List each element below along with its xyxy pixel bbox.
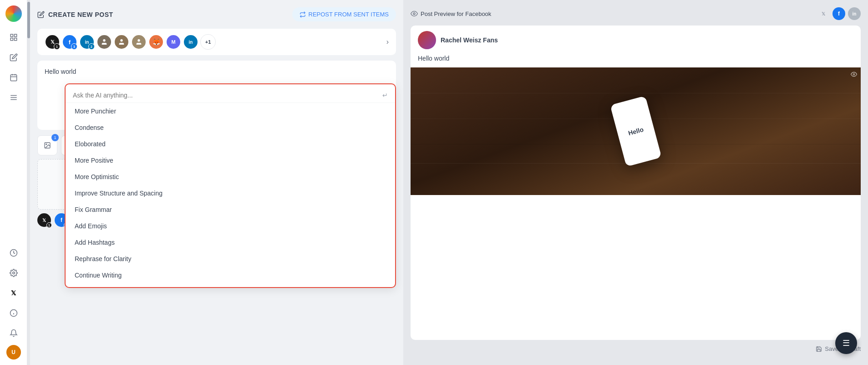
ai-menu-item-more-punchier[interactable]: More Punchier	[66, 103, 395, 119]
sidebar-item-info[interactable]	[5, 305, 22, 321]
ai-menu-item-elaborated[interactable]: Eloborated	[66, 136, 395, 152]
preview-eye-icon	[851, 71, 857, 79]
svg-rect-4	[10, 75, 17, 81]
fb-page-name: Rachel Weisz Fans	[441, 36, 498, 44]
enter-icon: ↵	[382, 92, 388, 99]
person-icon2	[118, 38, 125, 46]
ai-menu-item-rephrase[interactable]: Rephrase for Clarity	[66, 251, 395, 267]
svg-point-18	[137, 39, 140, 41]
svg-point-38	[853, 73, 855, 75]
left-panel: CREATE NEW POST REPOST FROM SENT ITEMS 𝕏…	[30, 0, 403, 365]
fb-post-image: Hello	[411, 67, 861, 195]
repost-button[interactable]: REPOST FROM SENT ITEMS	[292, 7, 396, 21]
right-panel: Post Preview for Facebook 𝕏 f in Rachel …	[403, 0, 868, 365]
ai-search-input[interactable]	[73, 92, 379, 99]
image-icon	[44, 142, 51, 149]
fab-button[interactable]: ☰	[835, 332, 857, 354]
account-photo3[interactable]	[131, 34, 147, 50]
account-selector: 𝕏 1 f 3 in 2	[37, 29, 396, 55]
account-m[interactable]: M	[166, 34, 181, 50]
image-upload-button[interactable]: 1	[37, 135, 57, 155]
account-linkedin[interactable]: in 2	[79, 34, 95, 50]
sidebar-item-calendar[interactable]	[5, 69, 22, 86]
save-draft-row: Save as Draft	[411, 340, 861, 358]
ai-menu-item-condense[interactable]: Condense	[66, 119, 395, 136]
user-avatar[interactable]: U	[6, 345, 21, 360]
sidebar-item-feed[interactable]	[5, 89, 22, 106]
account-photo2[interactable]	[114, 34, 129, 50]
preview-linkedin-icon[interactable]: in	[848, 7, 861, 20]
page-title: CREATE NEW POST	[37, 11, 113, 18]
svg-point-17	[120, 39, 122, 41]
sidebar-item-history[interactable]	[5, 245, 22, 261]
sidebar-bottom: 𝕏 U	[5, 245, 22, 360]
preview-social-icons: 𝕏 f in	[817, 7, 861, 20]
svg-point-16	[103, 39, 105, 41]
eye-icon	[411, 10, 418, 17]
svg-point-37	[413, 13, 415, 15]
svg-point-12	[12, 272, 15, 274]
fb-page-avatar	[418, 31, 436, 49]
account-x[interactable]: 𝕏 1	[45, 34, 60, 50]
fb-post-text: Hello world	[411, 55, 861, 67]
preview-facebook-icon[interactable]: f	[832, 7, 845, 20]
ai-menu-item-add-hashtags[interactable]: Add Hashtags	[66, 234, 395, 251]
ai-menu-item-more-optimistic[interactable]: More Optimistic	[66, 169, 395, 185]
svg-rect-1	[14, 34, 16, 36]
preview-x-icon[interactable]: 𝕏	[817, 7, 830, 20]
account-avatars-list: 𝕏 1 f 3 in 2	[45, 34, 383, 50]
ai-menu-item-fix-grammar[interactable]: Fix Grammar	[66, 201, 395, 218]
preview-header: Post Preview for Facebook 𝕏 f in	[411, 7, 861, 20]
ai-menu-item-improve-structure[interactable]: Improve Structure and Spacing	[66, 185, 395, 201]
sidebar-item-dashboard[interactable]	[5, 29, 22, 46]
create-header: CREATE NEW POST REPOST FROM SENT ITEMS	[37, 7, 396, 21]
person-icon3	[135, 38, 142, 46]
ai-menu-item-more-positive[interactable]: More Positive	[66, 152, 395, 169]
svg-rect-2	[10, 38, 13, 41]
sidebar: 𝕏 U	[0, 0, 27, 365]
facebook-preview-card: Rachel Weisz Fans Hello world Hello	[411, 26, 861, 340]
grain1	[411, 93, 861, 93]
svg-rect-0	[10, 34, 13, 36]
account-photo1[interactable]	[96, 34, 112, 50]
image-badge: 1	[51, 134, 59, 141]
sidebar-item-twitter[interactable]: 𝕏	[5, 285, 22, 301]
sidebar-item-settings[interactable]	[5, 265, 22, 281]
save-icon	[816, 346, 822, 352]
account-linkedin2[interactable]: in	[183, 34, 198, 50]
repost-icon	[299, 11, 306, 18]
post-editor: Hello world ✦ AI # 🙂 ↵ More Punchier Con…	[37, 61, 396, 130]
ai-search-row: ↵	[66, 88, 395, 103]
ai-menu-item-add-emojis[interactable]: Add Emojis	[66, 218, 395, 234]
person-icon	[101, 38, 108, 46]
account-facebook[interactable]: f 3	[62, 34, 77, 50]
bottom-account-x[interactable]: 𝕏 1	[37, 213, 51, 227]
sidebar-item-create[interactable]	[5, 49, 22, 66]
svg-rect-3	[14, 38, 16, 41]
app-logo[interactable]	[5, 5, 22, 22]
sidebar-item-notifications[interactable]	[5, 325, 22, 341]
preview-title: Post Preview for Facebook	[411, 10, 491, 17]
account-fox[interactable]: 🦊	[148, 34, 164, 50]
accounts-expand-button[interactable]: ›	[386, 38, 389, 46]
edit-title-icon	[37, 11, 45, 18]
ai-menu-item-continue-writing[interactable]: Continue Writing	[66, 267, 395, 283]
svg-point-20	[46, 144, 47, 145]
account-more[interactable]: +1	[200, 34, 216, 50]
fb-card-header: Rachel Weisz Fans	[411, 26, 861, 55]
ai-dropdown: ↵ More Punchier Condense Eloborated More…	[65, 83, 396, 288]
